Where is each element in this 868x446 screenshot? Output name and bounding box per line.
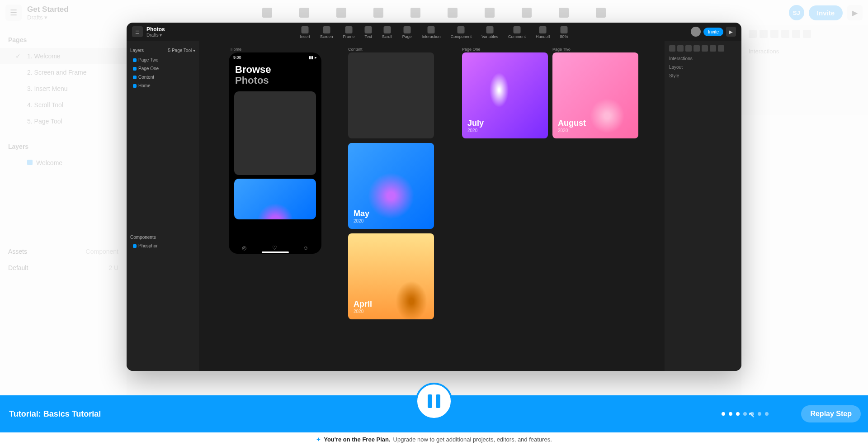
free-plan-text: Upgrade now to get additional projects, … bbox=[393, 436, 552, 443]
heart-icon[interactable]: ♡ bbox=[272, 245, 277, 251]
inner-inspector-layout[interactable]: Layout bbox=[669, 65, 737, 70]
phone-nav: ◎ ♡ ☺ bbox=[229, 245, 321, 251]
artboard-phone-home[interactable]: 9:00 ▮▮ ▸ Browse Photos ◎ ♡ ☺ bbox=[229, 52, 321, 254]
pause-button[interactable] bbox=[415, 383, 453, 420]
tutorial-bar: Tutorial: Basics Tutorial Replay Step bbox=[0, 395, 868, 432]
step-dot[interactable] bbox=[722, 412, 725, 416]
inner-topbar-right: Invite ▶ bbox=[691, 27, 736, 37]
step-dot[interactable] bbox=[765, 412, 769, 416]
inner-canvas[interactable]: Home 9:00 ▮▮ ▸ Browse Photos ◎ ♡ ☺ bbox=[199, 41, 665, 371]
home-indicator bbox=[262, 251, 289, 253]
inner-invite-button[interactable]: Invite bbox=[703, 28, 723, 36]
phone-statusbar: 9:00 ▮▮ ▸ bbox=[229, 52, 321, 62]
tile-july-year: 2020 bbox=[467, 128, 542, 133]
inner-tool-label: Screen bbox=[320, 34, 333, 39]
inner-layers-label: Layers bbox=[130, 48, 144, 53]
inner-tool-comment[interactable]: Comment bbox=[508, 26, 526, 39]
inner-inspector-style[interactable]: Style bbox=[669, 73, 737, 78]
inner-project-subtitle[interactable]: Drafts ▾ bbox=[146, 33, 165, 38]
inner-layers-header[interactable]: Layers 5 Page Tool ▾ bbox=[130, 48, 195, 53]
tile-may: May 2020 bbox=[348, 143, 434, 229]
tutorial-step-dots[interactable] bbox=[722, 412, 769, 416]
inner-tool-label: Handoff bbox=[536, 34, 550, 39]
tile-gray bbox=[348, 52, 434, 138]
inner-preview-button[interactable]: ▶ bbox=[726, 27, 736, 37]
user-icon[interactable]: ☺ bbox=[303, 245, 308, 251]
inner-tool-variables[interactable]: Variables bbox=[481, 26, 498, 39]
tile-august[interactable]: August 2020 bbox=[552, 52, 638, 138]
inner-topbar: ☰ Photos Drafts ▾ Insert Screen Frame Te… bbox=[127, 23, 741, 41]
free-plan-bold: You're on the Free Plan. bbox=[324, 436, 390, 443]
inner-title-block: Photos Drafts ▾ bbox=[146, 26, 165, 38]
step-dot[interactable] bbox=[743, 412, 747, 416]
tile-april: April 2020 bbox=[348, 233, 434, 319]
step-dot-active[interactable] bbox=[736, 412, 740, 416]
inner-menu-button[interactable]: ☰ bbox=[132, 26, 143, 37]
phone-status-icons: ▮▮ ▸ bbox=[309, 55, 317, 60]
tile-july[interactable]: July 2020 bbox=[462, 52, 548, 138]
inner-tool-label: Variables bbox=[481, 34, 498, 39]
inner-tool-label: Comment bbox=[508, 34, 526, 39]
inner-tool-label: Component bbox=[451, 34, 472, 39]
inner-layer-home[interactable]: Home bbox=[130, 81, 195, 90]
canvas-label-home[interactable]: Home bbox=[231, 47, 241, 52]
inner-tool-insert[interactable]: Insert bbox=[300, 26, 311, 39]
inner-layers-meta: 5 Page Tool ▾ bbox=[168, 48, 195, 53]
artboard-content[interactable]: May 2020 April 2020 bbox=[348, 52, 434, 324]
phone-time: 9:00 bbox=[233, 55, 241, 60]
sparkle-icon: ✦ bbox=[316, 436, 321, 443]
inner-align-controls[interactable] bbox=[669, 45, 737, 52]
inner-tool-label: Interaction bbox=[422, 34, 441, 39]
step-dot[interactable] bbox=[729, 412, 732, 416]
free-plan-bar[interactable]: ✦ You're on the Free Plan. Upgrade now t… bbox=[0, 432, 868, 446]
compass-icon[interactable]: ◎ bbox=[242, 245, 246, 251]
inner-left-panel: Layers 5 Page Tool ▾ Page Two Page One C… bbox=[127, 41, 199, 371]
step-dot[interactable] bbox=[758, 412, 761, 416]
inner-tool-label: Insert bbox=[300, 34, 311, 39]
phone-title-l1: Browse bbox=[235, 64, 315, 75]
inner-zoom-label: 80% bbox=[560, 34, 568, 39]
inner-body: Layers 5 Page Tool ▾ Page Two Page One C… bbox=[127, 41, 741, 371]
inner-tool-screen[interactable]: Screen bbox=[320, 26, 333, 39]
inner-tool-component[interactable]: Component bbox=[451, 26, 472, 39]
phone-title: Browse Photos bbox=[229, 62, 321, 88]
inner-tool-handoff[interactable]: Handoff bbox=[536, 26, 550, 39]
phone-title-l2: Photos bbox=[235, 75, 315, 86]
inner-project-title: Photos bbox=[146, 26, 165, 33]
inner-right-panel: Interactions Layout Style bbox=[665, 41, 741, 371]
replay-step-button[interactable]: Replay Step bbox=[801, 405, 861, 422]
inner-tool-interaction[interactable]: Interaction bbox=[422, 26, 441, 39]
canvas-label-content[interactable]: Content bbox=[348, 47, 363, 52]
inner-tool-label: Page bbox=[402, 34, 412, 39]
inner-layer-content[interactable]: Content bbox=[130, 73, 195, 81]
canvas-label-page-one[interactable]: Page One bbox=[462, 47, 481, 52]
inner-layer-page-one[interactable]: Page One bbox=[130, 64, 195, 73]
pause-icon-bar bbox=[428, 394, 432, 408]
inner-tool-label: Scroll bbox=[382, 34, 392, 39]
inner-tool-scroll[interactable]: Scroll bbox=[382, 26, 392, 39]
inner-tool-frame[interactable]: Frame bbox=[343, 26, 355, 39]
inner-avatar[interactable] bbox=[691, 27, 701, 37]
step-dot[interactable] bbox=[750, 412, 754, 416]
tile-july-title: July bbox=[467, 119, 542, 128]
pause-icon-bar bbox=[436, 394, 440, 408]
inner-tool-label: Text bbox=[365, 34, 373, 39]
inner-tool-label: Frame bbox=[343, 34, 355, 39]
inner-toolbar: Insert Screen Frame Text Scroll Page Int… bbox=[300, 26, 568, 39]
inner-component-phosphor[interactable]: Phosphor bbox=[130, 242, 195, 250]
phone-card-placeholder bbox=[234, 91, 316, 175]
inner-tool-text[interactable]: Text bbox=[365, 26, 373, 39]
tutorial-video-modal: ☰ Photos Drafts ▾ Insert Screen Frame Te… bbox=[127, 23, 741, 371]
tutorial-title: Tutorial: Basics Tutorial bbox=[9, 409, 101, 419]
canvas-label-page-two[interactable]: Page Two bbox=[552, 47, 571, 52]
inner-inspector-interactions[interactable]: Interactions bbox=[669, 56, 737, 61]
phone-card-blue bbox=[234, 179, 316, 219]
inner-layer-page-two[interactable]: Page Two bbox=[130, 56, 195, 64]
inner-zoom[interactable]: 80% bbox=[560, 26, 568, 39]
inner-tool-page[interactable]: Page bbox=[402, 26, 412, 39]
inner-components-header[interactable]: Components bbox=[130, 235, 195, 240]
